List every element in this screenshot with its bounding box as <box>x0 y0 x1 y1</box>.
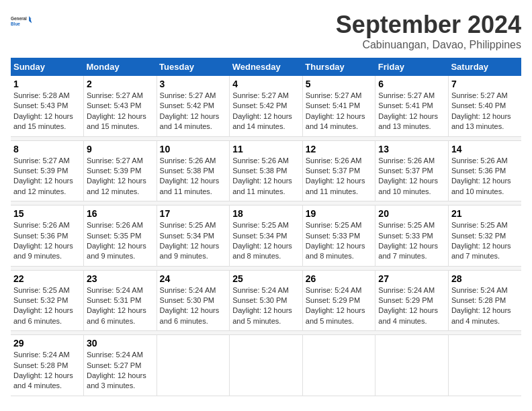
day-number: 24 <box>160 273 227 284</box>
day-info: Sunrise: 5:25 AMSunset: 5:33 PMDaylight:… <box>378 220 445 262</box>
header-wednesday: Wednesday <box>230 58 303 76</box>
day-number: 21 <box>451 208 519 219</box>
day-number: 3 <box>160 79 227 89</box>
cell-4: 4Sunrise: 5:27 AMSunset: 5:42 PMDaylight… <box>230 76 303 136</box>
header-friday: Friday <box>375 58 449 76</box>
week-row-5: 29Sunrise: 5:24 AMSunset: 5:28 PMDayligh… <box>11 335 521 396</box>
day-info: Sunrise: 5:24 AMSunset: 5:27 PMDaylight:… <box>87 350 154 392</box>
day-info: Sunrise: 5:26 AMSunset: 5:37 PMDaylight:… <box>306 156 373 197</box>
day-number: 20 <box>378 208 445 219</box>
cell-8: 8Sunrise: 5:27 AMSunset: 5:39 PMDaylight… <box>11 140 84 201</box>
day-info: Sunrise: 5:25 AMSunset: 5:33 PMDaylight:… <box>306 220 373 262</box>
day-info: Sunrise: 5:25 AMSunset: 5:34 PMDaylight:… <box>232 220 300 262</box>
cell-6: 6Sunrise: 5:27 AMSunset: 5:41 PMDaylight… <box>375 76 449 136</box>
week-row-1: 1Sunrise: 5:28 AMSunset: 5:43 PMDaylight… <box>11 76 521 136</box>
day-number: 6 <box>378 79 445 89</box>
calendar-table: SundayMondayTuesdayWednesdayThursdayFrid… <box>11 58 521 396</box>
day-number: 25 <box>232 273 300 284</box>
cell-3: 3Sunrise: 5:27 AMSunset: 5:42 PMDaylight… <box>157 76 230 136</box>
day-info: Sunrise: 5:24 AMSunset: 5:30 PMDaylight:… <box>160 285 227 327</box>
day-info: Sunrise: 5:27 AMSunset: 5:41 PMDaylight:… <box>378 91 445 132</box>
header-tuesday: Tuesday <box>157 58 230 76</box>
day-number: 8 <box>13 144 81 154</box>
day-info: Sunrise: 5:27 AMSunset: 5:42 PMDaylight:… <box>160 91 227 132</box>
title-area: September 2024 Cabinuangan, Davao, Phili… <box>336 11 521 51</box>
cell-31 <box>157 335 230 396</box>
day-info: Sunrise: 5:24 AMSunset: 5:31 PMDaylight:… <box>87 285 154 327</box>
cell-16: 16Sunrise: 5:26 AMSunset: 5:35 PMDayligh… <box>84 205 157 267</box>
day-info: Sunrise: 5:24 AMSunset: 5:29 PMDaylight:… <box>306 285 373 327</box>
header: GeneralBlue September 2024 Cabinuangan, … <box>11 11 521 51</box>
cell-9: 9Sunrise: 5:27 AMSunset: 5:39 PMDaylight… <box>84 140 157 201</box>
day-number: 10 <box>160 144 227 154</box>
day-info: Sunrise: 5:24 AMSunset: 5:28 PMDaylight:… <box>13 350 81 392</box>
cell-24: 24Sunrise: 5:24 AMSunset: 5:30 PMDayligh… <box>157 270 230 331</box>
day-number: 2 <box>87 79 154 89</box>
cell-19: 19Sunrise: 5:25 AMSunset: 5:33 PMDayligh… <box>302 205 375 267</box>
day-info: Sunrise: 5:27 AMSunset: 5:41 PMDaylight:… <box>306 91 373 132</box>
day-number: 29 <box>13 338 81 349</box>
cell-5: 5Sunrise: 5:27 AMSunset: 5:41 PMDaylight… <box>302 76 375 136</box>
header-thursday: Thursday <box>302 58 375 76</box>
header-saturday: Saturday <box>448 58 521 76</box>
week-row-4: 22Sunrise: 5:25 AMSunset: 5:32 PMDayligh… <box>11 270 521 331</box>
day-number: 4 <box>232 79 300 89</box>
cell-32 <box>230 335 303 396</box>
day-info: Sunrise: 5:24 AMSunset: 5:29 PMDaylight:… <box>378 285 445 327</box>
day-number: 22 <box>13 273 81 284</box>
svg-text:General: General <box>11 16 27 21</box>
day-info: Sunrise: 5:28 AMSunset: 5:43 PMDaylight:… <box>13 91 81 132</box>
cell-18: 18Sunrise: 5:25 AMSunset: 5:34 PMDayligh… <box>230 205 303 267</box>
day-number: 30 <box>87 338 154 349</box>
day-info: Sunrise: 5:26 AMSunset: 5:37 PMDaylight:… <box>378 156 445 197</box>
cell-17: 17Sunrise: 5:25 AMSunset: 5:34 PMDayligh… <box>157 205 230 267</box>
svg-marker-2 <box>29 16 32 23</box>
cell-23: 23Sunrise: 5:24 AMSunset: 5:31 PMDayligh… <box>84 270 157 331</box>
week-row-3: 15Sunrise: 5:26 AMSunset: 5:36 PMDayligh… <box>11 205 521 267</box>
day-info: Sunrise: 5:26 AMSunset: 5:36 PMDaylight:… <box>13 220 81 262</box>
cell-25: 25Sunrise: 5:24 AMSunset: 5:30 PMDayligh… <box>230 270 303 331</box>
page-subtitle: Cabinuangan, Davao, Philippines <box>336 39 521 51</box>
day-number: 12 <box>306 144 373 154</box>
day-info: Sunrise: 5:26 AMSunset: 5:38 PMDaylight:… <box>160 156 227 197</box>
day-number: 15 <box>13 208 81 219</box>
cell-13: 13Sunrise: 5:26 AMSunset: 5:37 PMDayligh… <box>375 140 449 201</box>
cell-20: 20Sunrise: 5:25 AMSunset: 5:33 PMDayligh… <box>375 205 449 267</box>
day-info: Sunrise: 5:26 AMSunset: 5:35 PMDaylight:… <box>87 220 154 262</box>
logo: GeneralBlue <box>11 11 32 32</box>
cell-11: 11Sunrise: 5:26 AMSunset: 5:38 PMDayligh… <box>230 140 303 201</box>
day-info: Sunrise: 5:24 AMSunset: 5:28 PMDaylight:… <box>451 285 519 327</box>
day-info: Sunrise: 5:27 AMSunset: 5:42 PMDaylight:… <box>232 91 300 132</box>
day-number: 28 <box>451 273 519 284</box>
cell-29: 29Sunrise: 5:24 AMSunset: 5:28 PMDayligh… <box>11 335 84 396</box>
day-number: 19 <box>306 208 373 219</box>
cell-2: 2Sunrise: 5:27 AMSunset: 5:43 PMDaylight… <box>84 76 157 136</box>
day-number: 7 <box>451 79 519 89</box>
cell-12: 12Sunrise: 5:26 AMSunset: 5:37 PMDayligh… <box>302 140 375 201</box>
day-info: Sunrise: 5:26 AMSunset: 5:38 PMDaylight:… <box>232 156 300 197</box>
day-info: Sunrise: 5:27 AMSunset: 5:40 PMDaylight:… <box>451 91 519 132</box>
cell-33 <box>302 335 375 396</box>
cell-22: 22Sunrise: 5:25 AMSunset: 5:32 PMDayligh… <box>11 270 84 331</box>
cell-21: 21Sunrise: 5:25 AMSunset: 5:32 PMDayligh… <box>448 205 521 267</box>
day-info: Sunrise: 5:25 AMSunset: 5:32 PMDaylight:… <box>451 220 519 262</box>
day-number: 16 <box>87 208 154 219</box>
cell-14: 14Sunrise: 5:26 AMSunset: 5:36 PMDayligh… <box>448 140 521 201</box>
day-info: Sunrise: 5:27 AMSunset: 5:43 PMDaylight:… <box>87 91 154 132</box>
cell-28: 28Sunrise: 5:24 AMSunset: 5:28 PMDayligh… <box>448 270 521 331</box>
cell-30: 30Sunrise: 5:24 AMSunset: 5:27 PMDayligh… <box>84 335 157 396</box>
header-sunday: Sunday <box>11 58 84 76</box>
header-monday: Monday <box>84 58 157 76</box>
cell-15: 15Sunrise: 5:26 AMSunset: 5:36 PMDayligh… <box>11 205 84 267</box>
day-info: Sunrise: 5:25 AMSunset: 5:34 PMDaylight:… <box>160 220 227 262</box>
svg-text:Blue: Blue <box>11 21 20 26</box>
page-title: September 2024 <box>336 11 521 39</box>
day-number: 18 <box>232 208 300 219</box>
day-info: Sunrise: 5:27 AMSunset: 5:39 PMDaylight:… <box>13 156 81 197</box>
day-number: 17 <box>160 208 227 219</box>
cell-7: 7Sunrise: 5:27 AMSunset: 5:40 PMDaylight… <box>448 76 521 136</box>
day-info: Sunrise: 5:26 AMSunset: 5:36 PMDaylight:… <box>451 156 519 197</box>
day-number: 23 <box>87 273 154 284</box>
day-number: 27 <box>378 273 445 284</box>
day-info: Sunrise: 5:27 AMSunset: 5:39 PMDaylight:… <box>87 156 154 197</box>
